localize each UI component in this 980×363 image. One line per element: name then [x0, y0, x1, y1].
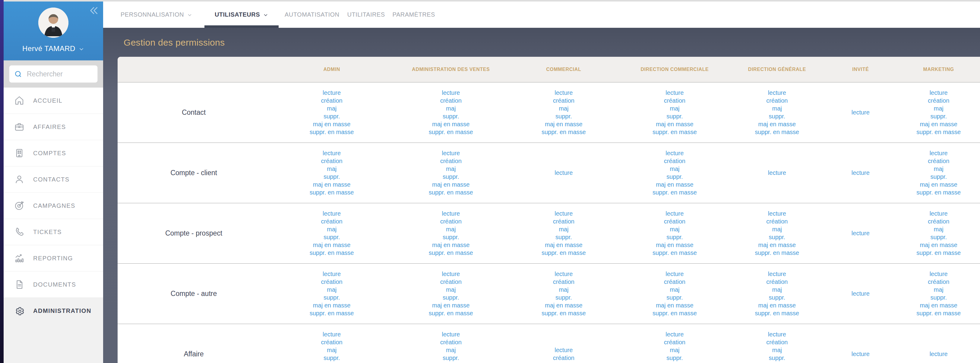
tab-automatisation[interactable]: AUTOMATISATION [285, 2, 339, 28]
permission-link[interactable]: maj [897, 286, 980, 294]
permission-link[interactable]: suppr. en masse [270, 309, 393, 317]
permission-link[interactable]: création [897, 97, 980, 104]
permission-link[interactable]: suppr. en masse [730, 128, 824, 136]
permission-link[interactable]: maj [897, 165, 980, 173]
permission-link[interactable]: lecture [730, 270, 824, 278]
permission-link[interactable]: maj en masse [270, 241, 393, 249]
permission-link[interactable]: création [897, 278, 980, 286]
permission-link[interactable]: maj en masse [393, 362, 508, 363]
permission-link[interactable]: suppr. [393, 173, 508, 181]
search-input[interactable] [27, 66, 96, 82]
sidebar-item-contacts[interactable]: CONTACTS [4, 166, 103, 193]
permission-link[interactable]: suppr. en masse [393, 249, 508, 257]
permission-link[interactable]: création [270, 97, 393, 104]
permission-link[interactable]: maj [393, 165, 508, 173]
permission-link[interactable]: lecture [824, 169, 897, 177]
tab-utilisateurs[interactable]: UTILISATEURS [204, 2, 278, 28]
permission-link[interactable]: création [730, 278, 824, 286]
permission-link[interactable]: suppr. en masse [393, 128, 508, 136]
permission-link[interactable]: création [897, 157, 980, 165]
permission-link[interactable]: création [619, 278, 730, 286]
permission-link[interactable]: création [393, 217, 508, 225]
permission-link[interactable]: suppr. en masse [897, 249, 980, 257]
permission-link[interactable]: suppr. en masse [270, 128, 393, 136]
permission-link[interactable]: maj [619, 225, 730, 233]
sidebar-item-documents[interactable]: DOCUMENTS [4, 272, 103, 298]
permission-link[interactable]: suppr. en masse [270, 189, 393, 196]
permission-link[interactable]: lecture [619, 149, 730, 157]
permission-link[interactable]: maj en masse [393, 241, 508, 249]
permission-link[interactable]: maj en masse [393, 301, 508, 309]
tab-utilitaires[interactable]: UTILITAIRES [347, 2, 385, 28]
permission-link[interactable]: maj [393, 104, 508, 112]
permission-link[interactable]: lecture [730, 330, 824, 338]
permission-link[interactable]: création [730, 97, 824, 104]
permission-link[interactable]: suppr. [897, 112, 980, 120]
permission-link[interactable]: lecture [824, 350, 897, 358]
permission-link[interactable]: lecture [824, 289, 897, 297]
permission-link[interactable]: maj en masse [897, 120, 980, 128]
tab-personnalisation[interactable]: PERSONNALISATION [121, 2, 192, 28]
permission-link[interactable]: lecture [270, 89, 393, 97]
permission-link[interactable]: lecture [619, 270, 730, 278]
permission-link[interactable]: lecture [270, 209, 393, 217]
permission-link[interactable]: lecture [393, 330, 508, 338]
permission-link[interactable]: maj en masse [619, 181, 730, 189]
permission-link[interactable]: maj en masse [508, 241, 619, 249]
permission-link[interactable]: création [508, 97, 619, 104]
permission-link[interactable]: maj en masse [730, 241, 824, 249]
permission-link[interactable]: maj en masse [508, 301, 619, 309]
permission-link[interactable]: suppr. en masse [730, 249, 824, 257]
permission-link[interactable]: création [393, 157, 508, 165]
permission-link[interactable]: maj en masse [393, 181, 508, 189]
permission-link[interactable]: suppr. [619, 112, 730, 120]
permission-link[interactable]: création [619, 97, 730, 104]
avatar[interactable] [38, 8, 68, 38]
permission-link[interactable]: suppr. en masse [730, 309, 824, 317]
permission-link[interactable]: création [730, 217, 824, 225]
permission-link[interactable]: lecture [619, 209, 730, 217]
permission-link[interactable]: suppr. en masse [619, 249, 730, 257]
permission-link[interactable]: création [897, 217, 980, 225]
permission-link[interactable]: suppr. en masse [897, 309, 980, 317]
permission-link[interactable]: lecture [508, 89, 619, 97]
permission-link[interactable]: suppr. [897, 173, 980, 181]
permission-link[interactable]: suppr. [508, 294, 619, 301]
permission-link[interactable]: création [619, 338, 730, 346]
permission-link[interactable]: maj en masse [270, 120, 393, 128]
permission-link[interactable]: lecture [824, 109, 897, 116]
permission-link[interactable]: maj [508, 225, 619, 233]
permission-link[interactable]: lecture [393, 209, 508, 217]
permission-link[interactable]: maj [897, 104, 980, 112]
sidebar-item-comptes[interactable]: COMPTES [4, 140, 103, 166]
permission-link[interactable]: suppr. en masse [619, 189, 730, 196]
permission-link[interactable]: lecture [270, 270, 393, 278]
permission-link[interactable]: suppr. [897, 294, 980, 301]
permission-link[interactable]: maj [619, 346, 730, 354]
permission-link[interactable]: lecture [897, 209, 980, 217]
permission-link[interactable]: lecture [270, 149, 393, 157]
permission-link[interactable]: maj [508, 286, 619, 294]
permission-link[interactable]: maj [270, 104, 393, 112]
sidebar-item-affaires[interactable]: AFFAIRES [4, 114, 103, 140]
user-menu[interactable]: Hervé TAMARD [4, 45, 103, 53]
permission-link[interactable]: suppr. en masse [619, 128, 730, 136]
permission-link[interactable]: suppr. [393, 294, 508, 301]
permission-link[interactable]: lecture [897, 270, 980, 278]
permission-link[interactable]: maj en masse [619, 120, 730, 128]
permission-link[interactable]: maj en masse [270, 181, 393, 189]
permission-link[interactable]: lecture [824, 229, 897, 237]
permission-link[interactable]: suppr. [619, 233, 730, 241]
tab-parametres[interactable]: PARAMÈTRES [393, 2, 435, 28]
permission-link[interactable]: suppr. en masse [897, 189, 980, 196]
permission-link[interactable]: création [393, 97, 508, 104]
permission-link[interactable]: suppr. en masse [508, 249, 619, 257]
permission-link[interactable]: création [270, 217, 393, 225]
permission-link[interactable]: suppr. [393, 112, 508, 120]
permission-link[interactable]: maj [393, 346, 508, 354]
permission-link[interactable]: lecture [897, 149, 980, 157]
permission-link[interactable]: suppr. en masse [508, 128, 619, 136]
permission-link[interactable]: lecture [508, 346, 619, 354]
permission-link[interactable]: maj [619, 286, 730, 294]
permission-link[interactable]: maj [619, 104, 730, 112]
